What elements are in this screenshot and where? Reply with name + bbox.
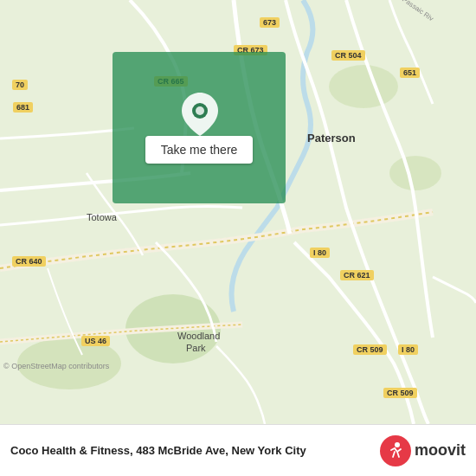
road-label-70: 70: [12, 80, 28, 90]
location-overlay: Take me there: [113, 52, 286, 203]
moovit-logo: moovit: [380, 435, 466, 466]
moovit-icon: [380, 435, 411, 466]
road-label-cr621: CR 621: [340, 270, 374, 280]
city-label-park: Park: [186, 343, 206, 353]
road-label-cr509a: CR 509: [353, 344, 387, 355]
city-label-woodland: Woodland: [177, 331, 220, 341]
take-me-there-button[interactable]: Take me there: [145, 136, 254, 164]
svg-point-2: [389, 156, 441, 190]
svg-point-5: [196, 106, 204, 115]
road-label-i80b: I 80: [398, 344, 418, 355]
road-label-cr640: CR 640: [12, 256, 46, 267]
bottom-bar: Coco Health & Fitness, 483 McBride Ave, …: [0, 424, 476, 476]
road-label-cr504: CR 504: [331, 50, 365, 61]
copyright: © OpenStreetMap contributors: [3, 362, 109, 370]
road-label-673: 673: [260, 17, 280, 28]
road-label-i80: I 80: [310, 248, 330, 258]
road-label-651: 651: [400, 68, 420, 78]
road-label-us46: US 46: [81, 336, 110, 346]
road-label-cr509b: CR 509: [383, 388, 417, 398]
location-name: Coco Health & Fitness, 483 McBride Ave, …: [10, 444, 306, 457]
svg-point-1: [329, 65, 398, 108]
svg-point-6: [395, 442, 400, 447]
city-label-totowa: Totowa: [87, 212, 117, 222]
moovit-text: moovit: [415, 441, 466, 460]
map-container: 673 CR 673 CR 665 681 CR 504 651 CR 640 …: [0, 0, 476, 424]
location-info: Coco Health & Fitness, 483 McBride Ave, …: [10, 444, 306, 457]
location-pin: [182, 93, 216, 127]
city-label-paterson: Paterson: [307, 132, 356, 145]
road-label-681: 681: [13, 102, 33, 113]
